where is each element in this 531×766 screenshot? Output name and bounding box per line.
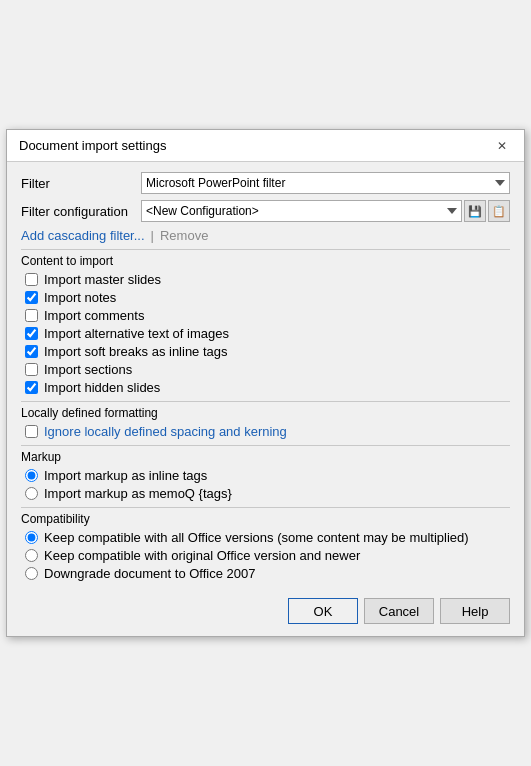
import-master-slides-checkbox[interactable] <box>25 273 38 286</box>
separator-4 <box>21 507 510 508</box>
add-cascading-filter-link[interactable]: Add cascading filter... <box>21 228 145 243</box>
markup-memoq-label: Import markup as memoQ {tags} <box>44 486 232 501</box>
markup-memoq-radio[interactable] <box>25 487 38 500</box>
checkbox-import-comments: Import comments <box>21 308 510 323</box>
filter-select[interactable]: Microsoft PowerPoint filter <box>141 172 510 194</box>
compatibility-section: Compatibility Keep compatible with all O… <box>21 512 510 581</box>
save-icon: 💾 <box>468 205 482 218</box>
separator-1 <box>21 249 510 250</box>
ignore-locally-label: Ignore locally defined spacing and kerni… <box>44 424 287 439</box>
import-soft-breaks-label: Import soft breaks as inline tags <box>44 344 228 359</box>
compat-original-radio[interactable] <box>25 549 38 562</box>
import-master-slides-label: Import master slides <box>44 272 161 287</box>
locally-section-label: Locally defined formatting <box>21 406 510 420</box>
checkbox-import-notes: Import notes <box>21 290 510 305</box>
remove-link[interactable]: Remove <box>160 228 208 243</box>
checkbox-import-sections: Import sections <box>21 362 510 377</box>
content-section-label: Content to import <box>21 254 510 268</box>
import-alt-text-checkbox[interactable] <box>25 327 38 340</box>
compat-downgrade-label: Downgrade document to Office 2007 <box>44 566 256 581</box>
checkbox-import-soft-breaks: Import soft breaks as inline tags <box>21 344 510 359</box>
checkbox-import-alt-text: Import alternative text of images <box>21 326 510 341</box>
content-section: Content to import Import master slides I… <box>21 254 510 395</box>
ignore-locally-checkbox[interactable] <box>25 425 38 438</box>
checkbox-import-hidden-slides: Import hidden slides <box>21 380 510 395</box>
filter-configuration-label: Filter configuration <box>21 204 141 219</box>
radio-compat-original: Keep compatible with original Office ver… <box>21 548 510 563</box>
checkbox-ignore-locally: Ignore locally defined spacing and kerni… <box>21 424 510 439</box>
compat-original-label: Keep compatible with original Office ver… <box>44 548 360 563</box>
dialog: Document import settings ✕ Filter Micros… <box>6 129 525 637</box>
import-sections-label: Import sections <box>44 362 132 377</box>
cancel-button[interactable]: Cancel <box>364 598 434 624</box>
filter-configuration-row: Filter configuration <New Configuration>… <box>21 200 510 222</box>
filter-label: Filter <box>21 176 141 191</box>
radio-markup-inline: Import markup as inline tags <box>21 468 510 483</box>
close-button[interactable]: ✕ <box>492 136 512 156</box>
compat-all-label: Keep compatible with all Office versions… <box>44 530 469 545</box>
separator-2 <box>21 401 510 402</box>
import-hidden-slides-checkbox[interactable] <box>25 381 38 394</box>
locally-section: Locally defined formatting Ignore locall… <box>21 406 510 439</box>
dialog-title: Document import settings <box>19 138 166 153</box>
markup-section-label: Markup <box>21 450 510 464</box>
radio-markup-memoq: Import markup as memoQ {tags} <box>21 486 510 501</box>
markup-inline-radio[interactable] <box>25 469 38 482</box>
save-as-config-button[interactable]: 📋 <box>488 200 510 222</box>
title-bar: Document import settings ✕ <box>7 130 524 162</box>
import-sections-checkbox[interactable] <box>25 363 38 376</box>
compat-all-radio[interactable] <box>25 531 38 544</box>
links-row: Add cascading filter... | Remove <box>21 228 510 243</box>
import-comments-label: Import comments <box>44 308 144 323</box>
radio-compat-downgrade: Downgrade document to Office 2007 <box>21 566 510 581</box>
markup-inline-label: Import markup as inline tags <box>44 468 207 483</box>
compatibility-section-label: Compatibility <box>21 512 510 526</box>
import-notes-label: Import notes <box>44 290 116 305</box>
filter-configuration-control-wrap: <New Configuration> 💾 📋 <box>141 200 510 222</box>
import-alt-text-label: Import alternative text of images <box>44 326 229 341</box>
filter-control-wrap: Microsoft PowerPoint filter <box>141 172 510 194</box>
dialog-body: Filter Microsoft PowerPoint filter Filte… <box>7 162 524 584</box>
help-button[interactable]: Help <box>440 598 510 624</box>
import-soft-breaks-checkbox[interactable] <box>25 345 38 358</box>
markup-section: Markup Import markup as inline tags Impo… <box>21 450 510 501</box>
compat-downgrade-radio[interactable] <box>25 567 38 580</box>
ok-button[interactable]: OK <box>288 598 358 624</box>
link-separator: | <box>151 228 154 243</box>
import-hidden-slides-label: Import hidden slides <box>44 380 160 395</box>
save-config-button[interactable]: 💾 <box>464 200 486 222</box>
import-comments-checkbox[interactable] <box>25 309 38 322</box>
save-as-icon: 📋 <box>492 205 506 218</box>
filter-row: Filter Microsoft PowerPoint filter <box>21 172 510 194</box>
checkbox-import-master-slides: Import master slides <box>21 272 510 287</box>
radio-compat-all: Keep compatible with all Office versions… <box>21 530 510 545</box>
separator-3 <box>21 445 510 446</box>
import-notes-checkbox[interactable] <box>25 291 38 304</box>
dialog-footer: OK Cancel Help <box>7 584 524 636</box>
filter-configuration-select[interactable]: <New Configuration> <box>141 200 462 222</box>
